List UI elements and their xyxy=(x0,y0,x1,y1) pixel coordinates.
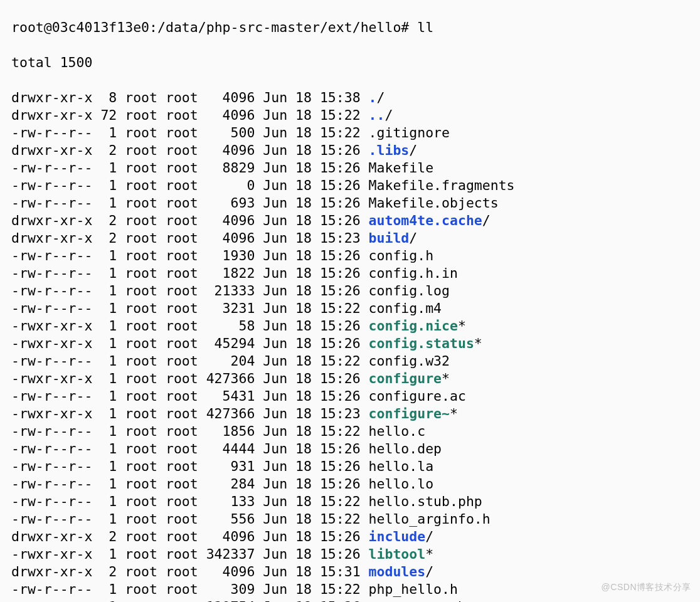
file-suffix: / xyxy=(482,213,491,228)
file-meta: drwxr-xr-x 8 root root 4096 Jun 18 15:38 xyxy=(11,90,369,105)
list-item: drwxr-xr-x 8 root root 4096 Jun 18 15:38… xyxy=(11,89,689,107)
file-name: Makefile.objects xyxy=(369,195,499,211)
file-meta: -rw-r--r-- 1 root root 21333 Jun 18 15:2… xyxy=(11,283,369,298)
list-item: -rw-r--r-- 1 root root 1930 Jun 18 15:26… xyxy=(11,247,689,265)
prompt-host: 03c4013f13e0 xyxy=(52,19,149,35)
file-meta: -rw-r--r-- 1 root root 139754 Jun 18 15:… xyxy=(11,599,369,602)
list-item: -rw-r--r-- 1 root root 8829 Jun 18 15:26… xyxy=(11,159,689,177)
command: ll xyxy=(417,19,433,35)
file-name: libtool xyxy=(369,546,426,562)
list-item: drwxr-xr-x 2 root root 4096 Jun 18 15:26… xyxy=(11,212,689,230)
file-name: config.w32 xyxy=(369,353,450,369)
file-name: .. xyxy=(369,107,385,123)
file-suffix: * xyxy=(425,546,433,562)
file-name: configure.ac xyxy=(369,388,466,404)
file-meta: -rwxr-xr-x 1 root root 427366 Jun 18 15:… xyxy=(11,406,369,421)
file-meta: -rw-r--r-- 1 root root 0 Jun 18 15:26 xyxy=(11,177,369,193)
file-name: config.nice xyxy=(369,318,458,334)
file-name: config.h.in xyxy=(369,265,458,281)
prompt-line: root@03c4013f13e0:/data/php-src-master/e… xyxy=(11,19,689,36)
file-suffix: * xyxy=(458,318,466,334)
file-name: modules xyxy=(369,564,426,579)
list-item: -rw-r--r-- 1 root root 21333 Jun 18 15:2… xyxy=(11,282,689,300)
file-name: autom4te.cache xyxy=(369,213,482,228)
watermark: @CSDN博客技术分享 xyxy=(602,582,691,593)
file-meta: drwxr-xr-x 2 root root 4096 Jun 18 15:26 xyxy=(11,142,369,158)
file-name: config.m4 xyxy=(369,300,442,316)
file-meta: -rw-r--r-- 1 root root 693 Jun 18 15:26 xyxy=(11,195,369,211)
file-meta: -rw-r--r-- 1 root root 931 Jun 18 15:26 xyxy=(11,458,369,474)
file-meta: -rw-r--r-- 1 root root 500 Jun 18 15:22 xyxy=(11,125,369,140)
prompt-symbol: # xyxy=(401,19,409,35)
file-name: Makefile xyxy=(369,160,434,176)
file-meta: -rw-r--r-- 1 root root 8829 Jun 18 15:26 xyxy=(11,160,369,176)
file-suffix: * xyxy=(442,371,450,386)
file-suffix: / xyxy=(425,564,433,579)
file-name: config.h xyxy=(369,248,434,263)
prompt-path: /data/php-src-master/ext/hello xyxy=(157,19,401,35)
file-meta: drwxr-xr-x 72 root root 4096 Jun 18 15:2… xyxy=(11,107,369,123)
file-name: hello.c xyxy=(369,423,426,439)
file-name: Makefile.fragments xyxy=(369,177,515,193)
file-meta: -rwxr-xr-x 1 root root 427366 Jun 18 15:… xyxy=(11,371,369,386)
file-name: config.log xyxy=(369,283,450,298)
file-name: hello.la xyxy=(369,458,434,474)
list-item: -rw-r--r-- 1 root root 3231 Jun 18 15:22… xyxy=(11,300,689,317)
file-name: php_hello.h xyxy=(369,581,458,597)
file-suffix: / xyxy=(409,142,417,158)
file-meta: -rw-r--r-- 1 root root 133 Jun 18 15:22 xyxy=(11,494,369,509)
file-meta: -rw-r--r-- 1 root root 1930 Jun 18 15:26 xyxy=(11,248,369,263)
file-suffix: / xyxy=(425,529,433,544)
list-item: -rwxr-xr-x 1 root root 427366 Jun 18 15:… xyxy=(11,370,689,388)
list-item: -rw-r--r-- 1 root root 133 Jun 18 15:22 … xyxy=(11,493,689,510)
list-item: drwxr-xr-x 2 root root 4096 Jun 18 15:31… xyxy=(11,563,689,581)
file-name: hello_arginfo.h xyxy=(369,511,491,527)
file-meta: drwxr-xr-x 2 root root 4096 Jun 18 15:26 xyxy=(11,529,369,544)
list-item: -rw-r--r-- 1 root root 284 Jun 18 15:26 … xyxy=(11,475,689,493)
list-item: -rw-r--r-- 1 root root 204 Jun 18 15:22 … xyxy=(11,352,689,370)
file-name: build xyxy=(369,230,410,246)
file-suffix: * xyxy=(450,406,458,421)
file-name: .gitignore xyxy=(369,125,450,140)
list-item: -rw-r--r-- 1 root root 0 Jun 18 15:26 Ma… xyxy=(11,177,689,194)
list-item: -rw-r--r-- 1 root root 1856 Jun 18 15:22… xyxy=(11,423,689,440)
file-meta: -rwxr-xr-x 1 root root 342337 Jun 18 15:… xyxy=(11,546,369,562)
file-meta: -rw-r--r-- 1 root root 3231 Jun 18 15:22 xyxy=(11,300,369,316)
file-meta: -rw-r--r-- 1 root root 309 Jun 18 15:22 xyxy=(11,581,369,597)
terminal[interactable]: root@03c4013f13e0:/data/php-src-master/e… xyxy=(0,0,700,602)
file-meta: -rw-r--r-- 1 root root 1822 Jun 18 15:26 xyxy=(11,265,369,281)
file-name: . xyxy=(369,90,377,105)
list-item: -rw-r--r-- 1 root root 139754 Jun 18 15:… xyxy=(11,598,689,602)
file-name: .libs xyxy=(369,142,410,158)
list-item: drwxr-xr-x 72 root root 4096 Jun 18 15:2… xyxy=(11,107,689,124)
list-item: -rwxr-xr-x 1 root root 342337 Jun 18 15:… xyxy=(11,546,689,563)
file-meta: -rw-r--r-- 1 root root 204 Jun 18 15:22 xyxy=(11,353,369,369)
list-item: -rwxr-xr-x 1 root root 45294 Jun 18 15:2… xyxy=(11,335,689,352)
file-suffix: * xyxy=(474,335,482,351)
list-item: -rw-r--r-- 1 root root 931 Jun 18 15:26 … xyxy=(11,458,689,475)
list-item: -rwxr-xr-x 1 root root 58 Jun 18 15:26 c… xyxy=(11,317,689,335)
file-name: configure~ xyxy=(369,406,450,421)
file-suffix: / xyxy=(409,230,417,246)
file-suffix: / xyxy=(377,90,385,105)
prompt-user: root xyxy=(11,19,44,35)
file-meta: -rw-r--r-- 1 root root 556 Jun 18 15:22 xyxy=(11,511,369,527)
total-line: total 1500 xyxy=(11,54,689,71)
file-name: hello.stub.php xyxy=(369,494,482,509)
list-item: -rw-r--r-- 1 root root 500 Jun 18 15:22 … xyxy=(11,124,689,142)
file-meta: drwxr-xr-x 2 root root 4096 Jun 18 15:26 xyxy=(11,213,369,228)
file-meta: -rwxr-xr-x 1 root root 58 Jun 18 15:26 xyxy=(11,318,369,334)
file-meta: drwxr-xr-x 2 root root 4096 Jun 18 15:23 xyxy=(11,230,369,246)
file-name: run-tests.php xyxy=(369,599,474,602)
list-item: -rw-r--r-- 1 root root 1822 Jun 18 15:26… xyxy=(11,265,689,282)
list-item: -rw-r--r-- 1 root root 556 Jun 18 15:22 … xyxy=(11,510,689,528)
list-item: -rw-r--r-- 1 root root 5431 Jun 18 15:26… xyxy=(11,388,689,405)
file-meta: drwxr-xr-x 2 root root 4096 Jun 18 15:31 xyxy=(11,564,369,579)
list-item: -rw-r--r-- 1 root root 4444 Jun 18 15:26… xyxy=(11,440,689,458)
file-meta: -rw-r--r-- 1 root root 5431 Jun 18 15:26 xyxy=(11,388,369,404)
list-item: drwxr-xr-x 2 root root 4096 Jun 18 15:26… xyxy=(11,142,689,159)
file-meta: -rw-r--r-- 1 root root 284 Jun 18 15:26 xyxy=(11,476,369,492)
list-item: drwxr-xr-x 2 root root 4096 Jun 18 15:26… xyxy=(11,528,689,546)
file-name: configure xyxy=(369,371,442,386)
list-item: -rw-r--r-- 1 root root 309 Jun 18 15:22 … xyxy=(11,581,689,598)
